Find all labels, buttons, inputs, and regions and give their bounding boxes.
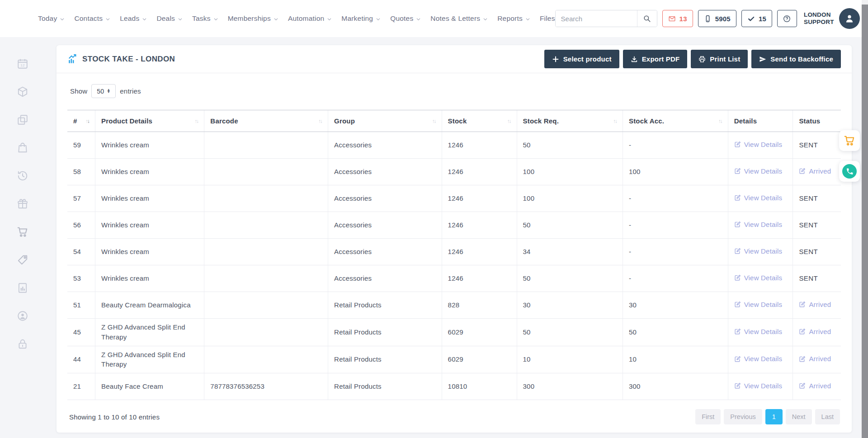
nav-item-label: Automation xyxy=(288,14,324,23)
card-body: Show 50 ▲▼ entries #↑↓Product Details↑↓B… xyxy=(57,73,852,433)
pagination-next[interactable]: Next xyxy=(786,409,812,424)
cell-details: View Details xyxy=(728,319,793,346)
nav-item-today[interactable]: Today xyxy=(38,14,65,23)
edit-icon xyxy=(799,328,806,335)
view-details-link[interactable]: View Details xyxy=(734,273,783,283)
nav-item-leads[interactable]: Leads xyxy=(120,14,147,23)
pagination-previous[interactable]: Previous xyxy=(724,409,762,424)
nav-item-label: Quotes xyxy=(390,14,413,23)
page-size-select[interactable]: 50 ▲▼ xyxy=(91,84,116,98)
cell-barcode xyxy=(204,132,328,159)
view-details-link[interactable]: View Details xyxy=(734,166,783,176)
arrived-link[interactable]: Arrived xyxy=(799,327,831,337)
print-list-button[interactable]: Print List xyxy=(691,50,748,68)
cell-number: 59 xyxy=(67,132,95,159)
mobile-phone-icon xyxy=(704,15,712,23)
sidebar-gift-icon[interactable] xyxy=(17,198,28,210)
nav-item-tasks[interactable]: Tasks xyxy=(192,14,218,23)
calls-badge[interactable]: 5905 xyxy=(698,10,736,27)
column-header-stock[interactable]: Stock↑↓ xyxy=(442,110,517,132)
pagination-1-active[interactable]: 1 xyxy=(765,409,783,424)
sidebar-report-icon[interactable] xyxy=(17,282,28,294)
cell-stock-req: 50 xyxy=(517,212,623,239)
view-details-label: View Details xyxy=(744,300,783,310)
column-header-product-details[interactable]: Product Details↑↓ xyxy=(95,110,204,132)
nav-item-contacts[interactable]: Contacts xyxy=(74,14,110,23)
select-product-button[interactable]: Select product xyxy=(544,50,619,68)
view-details-link[interactable]: View Details xyxy=(734,193,783,203)
nav-item-deals[interactable]: Deals xyxy=(156,14,183,23)
tasks-badge[interactable]: 15 xyxy=(741,10,772,27)
button-label: Send to Backoffice xyxy=(770,55,833,63)
sidebar-calendar-icon[interactable]: 12 xyxy=(17,58,28,70)
cell-product: Wrinkles cream xyxy=(95,265,204,292)
table-row-54: 54Wrinkles creamAccessories124634-View D… xyxy=(67,239,841,265)
nav-item-label: Memberships xyxy=(228,14,271,23)
sidebar-copy-icon[interactable] xyxy=(17,114,28,126)
view-details-link[interactable]: View Details xyxy=(734,327,783,337)
nav-item-automation[interactable]: Automation xyxy=(288,14,332,23)
view-details-link[interactable]: View Details xyxy=(734,220,783,230)
sidebar-price-tag-icon[interactable] xyxy=(17,254,28,266)
sidebar-shopping-bag-icon[interactable] xyxy=(17,142,28,154)
search-box xyxy=(555,10,657,27)
arrived-link[interactable]: Arrived xyxy=(799,166,831,176)
pagination-last[interactable]: Last xyxy=(815,409,840,424)
arrived-link[interactable]: Arrived xyxy=(799,354,831,364)
scrollbar-thumb[interactable] xyxy=(862,5,868,438)
cell-stock-acc: 100 xyxy=(623,159,728,185)
nav-item-memberships[interactable]: Memberships xyxy=(228,14,278,23)
nav-item-files[interactable]: Files xyxy=(540,14,555,23)
cell-product: Z GHD Advanced Split End Therapy xyxy=(95,346,204,373)
sidebar-package-icon[interactable] xyxy=(17,86,28,98)
view-details-label: View Details xyxy=(744,193,783,203)
column-header-[interactable]: #↑↓ xyxy=(67,110,95,132)
column-label: Stock xyxy=(448,117,467,125)
cell-details: View Details xyxy=(728,292,793,319)
pagination-first[interactable]: First xyxy=(695,409,721,424)
search-input[interactable] xyxy=(556,10,637,27)
export-pdf-button[interactable]: Export PDF xyxy=(623,50,688,68)
column-header-stock-req[interactable]: Stock Req.↑↓ xyxy=(517,110,623,132)
sidebar-lock-icon[interactable] xyxy=(17,338,28,350)
help-button[interactable] xyxy=(777,10,797,27)
floating-phone-button[interactable] xyxy=(839,161,860,182)
column-header-stock-acc[interactable]: Stock Acc.↑↓ xyxy=(623,110,728,132)
chevron-down-icon xyxy=(483,17,488,22)
cell-product: Wrinkles cream xyxy=(95,132,204,159)
view-details-link[interactable]: View Details xyxy=(734,300,783,310)
edit-icon xyxy=(734,301,741,308)
pagination: FirstPrevious1NextLast xyxy=(695,409,840,424)
nav-item-label: Today xyxy=(38,14,57,23)
column-header-barcode[interactable]: Barcode↑↓ xyxy=(204,110,328,132)
nav-item-reports[interactable]: Reports xyxy=(497,14,530,23)
sidebar-account-icon[interactable] xyxy=(17,310,28,322)
cell-stock: 6029 xyxy=(442,346,517,373)
cell-number: 44 xyxy=(67,346,95,373)
floating-cart-button[interactable] xyxy=(839,130,860,151)
column-header-group[interactable]: Group↑↓ xyxy=(328,110,442,132)
status-label: SENT xyxy=(799,141,818,149)
sort-icon: ↑↓ xyxy=(195,118,198,124)
nav-item-marketing[interactable]: Marketing xyxy=(341,14,381,23)
view-details-link[interactable]: View Details xyxy=(734,246,783,256)
search-button[interactable] xyxy=(637,10,657,27)
send-icon xyxy=(759,56,766,63)
table-row-53: 53Wrinkles creamAccessories124650-View D… xyxy=(67,265,841,292)
sidebar-history-icon[interactable] xyxy=(17,170,28,182)
messages-badge[interactable]: 13 xyxy=(662,10,693,27)
sidebar-cart-icon[interactable] xyxy=(17,226,28,238)
view-details-link[interactable]: View Details xyxy=(734,140,783,150)
view-details-link[interactable]: View Details xyxy=(734,381,783,391)
column-header-status: Status xyxy=(793,110,841,132)
arrived-link[interactable]: Arrived xyxy=(799,381,831,391)
nav-item-notes-letters[interactable]: Notes & Letters xyxy=(430,14,488,23)
entries-label: entries xyxy=(120,87,141,95)
nav-item-quotes[interactable]: Quotes xyxy=(390,14,421,23)
user-avatar[interactable] xyxy=(839,8,860,29)
send-to-backoffice-button[interactable]: Send to Backoffice xyxy=(751,50,841,68)
arrived-link[interactable]: Arrived xyxy=(799,300,831,310)
column-header-inner: Stock↑↓ xyxy=(448,117,511,125)
view-details-link[interactable]: View Details xyxy=(734,354,783,364)
chart-growth-icon xyxy=(67,54,77,64)
